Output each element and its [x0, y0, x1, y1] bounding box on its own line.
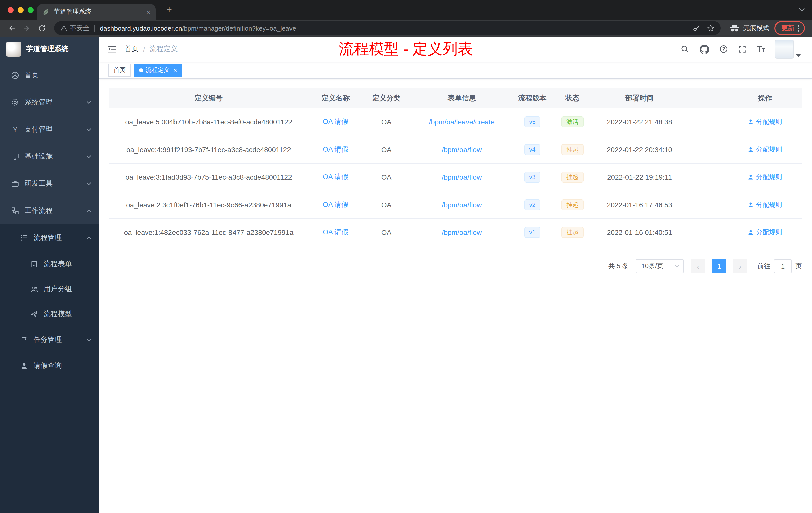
- tab-search-chevron-icon[interactable]: [799, 7, 805, 11]
- sidebar-item-workflow[interactable]: 工作流程: [0, 197, 99, 224]
- bookmark-star-icon[interactable]: [706, 24, 715, 32]
- address-bar[interactable]: 不安全 dashboard.yudao.iocoder.cn/bpm/manag…: [54, 21, 721, 35]
- sidebar-item-label: 系统管理: [25, 98, 53, 107]
- person-icon: [748, 119, 754, 125]
- password-key-icon[interactable]: [693, 24, 700, 32]
- prev-page-button[interactable]: ‹: [691, 259, 705, 273]
- assign-rule-link[interactable]: 分配规则: [748, 173, 782, 182]
- person-icon: [748, 174, 754, 180]
- definition-name-link[interactable]: OA 请假: [323, 145, 349, 153]
- assign-rule-link[interactable]: 分配规则: [748, 228, 782, 237]
- security-label: 不安全: [70, 24, 89, 33]
- chevron-up-icon: [86, 236, 91, 239]
- close-window-button[interactable]: [7, 7, 13, 13]
- form-link[interactable]: /bpm/oa/flow: [442, 173, 482, 181]
- new-tab-button[interactable]: +: [164, 4, 175, 14]
- browser-update-menu-button[interactable]: 更新: [774, 21, 805, 35]
- version-badge: v3: [524, 172, 540, 183]
- github-icon[interactable]: [699, 44, 709, 54]
- tag-label: 首页: [114, 66, 125, 74]
- cell-definition-id: oa_leave:3:1fad3d93-7b75-11ec-a3c8-acde4…: [109, 163, 308, 191]
- reload-button[interactable]: [35, 22, 48, 35]
- sidebar-item-user-group[interactable]: 用户分组: [0, 277, 99, 302]
- sidebar-item-leave-query[interactable]: 请假查询: [0, 353, 99, 379]
- cell-spacer: [685, 219, 728, 246]
- col-header-id: 定义编号: [109, 88, 308, 108]
- sidebar-item-infrastructure[interactable]: 基础设施: [0, 143, 99, 170]
- main-panel: 首页 / 流程定义 流程模型 - 定义列表: [99, 37, 812, 513]
- search-icon[interactable]: [680, 45, 690, 54]
- browser-menu-kebab-icon: [798, 25, 800, 31]
- tag-home[interactable]: 首页: [109, 63, 130, 77]
- browser-tab[interactable]: 芋道管理系统 ×: [37, 4, 156, 20]
- sidebar-logo[interactable]: 芋道管理系统: [0, 37, 99, 62]
- definition-name-link[interactable]: OA 请假: [323, 228, 349, 236]
- incognito-badge: 无痕模式: [730, 24, 769, 33]
- next-page-button[interactable]: ›: [733, 259, 747, 273]
- cell-deploy-time: 2022-01-22 21:48:38: [594, 108, 685, 136]
- form-link[interactable]: /bpm/oa/flow: [442, 229, 482, 236]
- form-link[interactable]: /bpm/oa/flow: [442, 146, 482, 154]
- chevron-down-icon: [86, 182, 91, 185]
- tag-close-icon[interactable]: ×: [173, 67, 177, 73]
- chevron-down-icon: [86, 155, 91, 158]
- pagination: 共 5 条 10条/页 ‹ 1 › 前往 1 页: [109, 259, 802, 273]
- col-header-version: 流程版本: [514, 88, 551, 108]
- form-link[interactable]: /bpm/oa/flow: [442, 201, 482, 209]
- sidebar-item-label: 流程模型: [44, 310, 72, 319]
- tag-process-definition[interactable]: 流程定义 ×: [134, 63, 182, 77]
- current-page-button[interactable]: 1: [712, 259, 726, 273]
- table-header-row: 定义编号 定义名称 定义分类 表单信息 流程版本 状态 部署时间 操作: [109, 88, 802, 108]
- fullscreen-icon[interactable]: [738, 45, 747, 54]
- sidebar-item-system[interactable]: 系统管理: [0, 89, 99, 116]
- minimize-window-button[interactable]: [18, 7, 24, 13]
- sidebar-item-devtools[interactable]: 研发工具: [0, 170, 99, 197]
- form-link[interactable]: /bpm/oa/leave/create: [429, 118, 495, 126]
- definition-name-link[interactable]: OA 请假: [323, 117, 349, 125]
- yen-icon: ¥: [11, 125, 19, 133]
- sidebar-item-task-management[interactable]: 任务管理: [0, 327, 99, 353]
- sidebar-collapse-icon[interactable]: [99, 44, 124, 54]
- breadcrumb-home[interactable]: 首页: [124, 45, 139, 54]
- document-icon: [30, 260, 38, 268]
- definition-name-link[interactable]: OA 请假: [323, 200, 349, 208]
- table-row: oa_leave:1:482ec033-762a-11ec-8477-a2380…: [109, 219, 802, 246]
- goto-label: 前往: [757, 262, 770, 271]
- url-domain: dashboard.yudao.iocoder.cn: [100, 24, 182, 32]
- back-button[interactable]: [5, 22, 18, 35]
- version-badge: v1: [524, 227, 540, 238]
- sidebar-item-label: 支付管理: [25, 125, 53, 134]
- pagination-total: 共 5 条: [608, 262, 629, 271]
- toolbox-icon: [11, 180, 19, 188]
- assign-rule-link[interactable]: 分配规则: [748, 145, 782, 154]
- cell-category: OA: [363, 136, 410, 163]
- help-icon[interactable]: [719, 45, 728, 54]
- sidebar-item-label: 首页: [25, 71, 39, 80]
- cell-spacer: [685, 191, 728, 219]
- sidebar-item-process-management[interactable]: 流程管理: [0, 224, 99, 251]
- forward-button[interactable]: [20, 22, 33, 35]
- sidebar-item-process-model[interactable]: 流程模型: [0, 302, 99, 327]
- page-annotation-title: 流程模型 - 定义列表: [339, 39, 472, 59]
- sidebar-item-home[interactable]: 首页: [0, 62, 99, 89]
- incognito-icon: [730, 24, 740, 32]
- breadcrumb: 首页 / 流程定义: [124, 45, 178, 54]
- assign-rule-link[interactable]: 分配规则: [748, 200, 782, 209]
- sidebar-item-label: 用户分组: [44, 284, 72, 294]
- sidebar-item-payment[interactable]: ¥ 支付管理: [0, 116, 99, 143]
- app-window: 芋道管理系统 首页 系统管理 ¥ 支付管理: [0, 37, 812, 513]
- user-menu[interactable]: [775, 40, 801, 59]
- security-chip[interactable]: 不安全: [60, 24, 89, 33]
- zoom-window-button[interactable]: [28, 7, 34, 13]
- goto-page-input[interactable]: 1: [774, 259, 792, 273]
- sidebar-item-process-form[interactable]: 流程表单: [0, 251, 99, 277]
- cell-spacer: [685, 163, 728, 191]
- cell-definition-id: oa_leave:2:3c1f0ef1-76b1-11ec-9c66-a2380…: [109, 191, 308, 219]
- assign-rule-link[interactable]: 分配规则: [748, 117, 782, 126]
- font-size-icon[interactable]: TT: [757, 45, 765, 54]
- tab-close-icon[interactable]: ×: [146, 8, 151, 16]
- caret-down-icon: [796, 54, 801, 57]
- page-size-select[interactable]: 10条/页: [636, 259, 684, 273]
- definition-name-link[interactable]: OA 请假: [323, 173, 349, 181]
- browser-tab-strip: 芋道管理系统 × +: [0, 0, 812, 20]
